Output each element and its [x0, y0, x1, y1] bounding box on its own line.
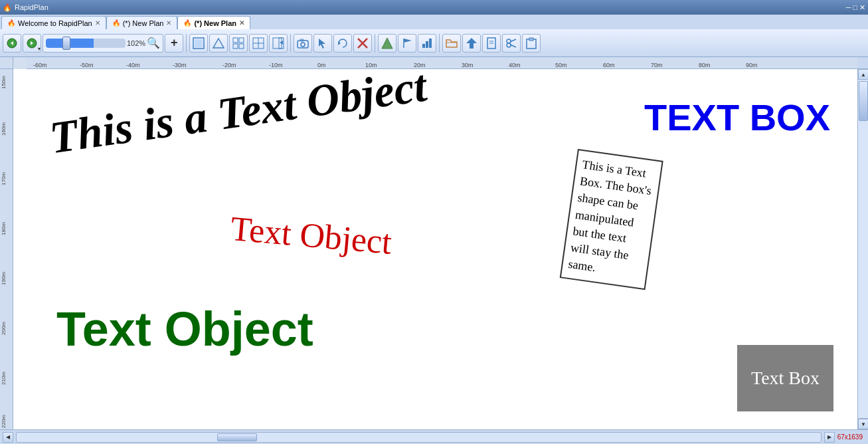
bottom-bar: ◀ ▶ 67x1639	[0, 429, 868, 444]
zoom-area: 102% 🔍	[43, 34, 163, 53]
tab-close-2[interactable]: ✕	[239, 19, 244, 27]
app-icon: 🔥	[3, 3, 12, 12]
svg-rect-5	[195, 39, 203, 47]
svg-point-34	[507, 39, 511, 43]
arrow-up-tool[interactable]	[462, 34, 481, 53]
ruler-v-170: 170m	[1, 172, 7, 185]
tab-icon-1: 🔥	[112, 19, 120, 27]
flag-tool[interactable]	[398, 34, 416, 53]
ruler-mark-neg10: -10m	[269, 62, 283, 68]
separator-1	[186, 34, 187, 53]
ruler-mark-neg20: -20m	[222, 62, 236, 68]
main-container: -60m -50m -40m -30m -20m -10m 0m 10m 20m…	[0, 57, 868, 444]
text-box-title[interactable]: TEXT BOX	[644, 96, 830, 139]
tab-label-welcome: Welcome to RapidPlan	[18, 19, 92, 27]
scrollbar-horizontal[interactable]	[16, 432, 822, 443]
scroll-thumb-v[interactable]	[859, 81, 868, 121]
titlebar-left: 🔥 RapidPlan	[3, 3, 48, 12]
canvas: This is a Text Object Text Object Text O…	[13, 69, 857, 429]
svg-point-18	[301, 43, 305, 47]
grid-tool-2[interactable]	[249, 34, 268, 53]
toolbar: ▾ 102% 🔍 +	[0, 29, 868, 57]
add-button[interactable]: +	[165, 34, 183, 53]
tab-new-plan-2[interactable]: 🔥 (*) New Plan ✕	[177, 16, 250, 29]
delete-tool[interactable]	[353, 34, 372, 53]
svg-marker-26	[404, 39, 412, 43]
chart-tool[interactable]	[418, 34, 436, 53]
ruler-h-marks: -60m -50m -40m -30m -20m -10m 0m 10m 20m…	[27, 57, 857, 68]
dropdown-tool[interactable]	[269, 34, 288, 53]
svg-point-35	[507, 43, 511, 47]
camera-tool[interactable]	[294, 34, 312, 53]
text-box-gray[interactable]: Text Box	[737, 345, 833, 411]
scroll-thumb-h[interactable]	[217, 433, 257, 441]
ruler-mark-40: 40m	[509, 62, 521, 68]
triangle-tool-2[interactable]	[378, 34, 396, 53]
ruler-corner	[0, 57, 13, 69]
tab-icon-2: 🔥	[183, 19, 191, 27]
tabbar: 🔥 Welcome to RapidPlan ✕ 🔥 (*) New Plan …	[0, 15, 868, 29]
zoom-slider[interactable]	[46, 39, 126, 48]
scissors-tool[interactable]	[502, 34, 521, 53]
tab-label-2: (*) New Plan	[194, 19, 236, 27]
scroll-right-button[interactable]: ▶	[824, 432, 835, 443]
back-button[interactable]	[3, 34, 21, 53]
tab-close-welcome[interactable]: ✕	[95, 19, 100, 27]
close-btn[interactable]: ─ □ ✕	[845, 3, 865, 11]
tab-new-plan-1[interactable]: 🔥 (*) New Plan ✕	[106, 16, 178, 29]
ruler-mark-neg40: -40m	[126, 62, 140, 68]
triangle-tool[interactable]	[209, 34, 228, 53]
ruler-mark-80: 80m	[699, 62, 711, 68]
text-object-1[interactable]: This is a Text Object	[46, 69, 430, 164]
tab-close-1[interactable]: ✕	[166, 19, 171, 27]
separator-4	[439, 34, 440, 53]
grid-tool-1[interactable]	[229, 34, 248, 53]
svg-marker-20	[319, 39, 325, 49]
ruler-mark-70: 70m	[651, 62, 663, 68]
ruler-scroll-corner	[857, 57, 868, 69]
folder-open-tool[interactable]	[442, 34, 461, 53]
ruler-mark-neg60: -60m	[33, 62, 47, 68]
paste-tool[interactable]	[522, 34, 541, 53]
separator-2	[290, 34, 291, 53]
ruler-v-190: 190m	[1, 272, 7, 285]
ruler-mark-60: 60m	[603, 62, 615, 68]
separator-3	[375, 34, 375, 53]
titlebar: 🔥 RapidPlan ─ □ ✕	[0, 0, 868, 15]
rotate-tool[interactable]	[333, 34, 352, 53]
ruler-mark-neg30: -30m	[173, 62, 187, 68]
text-box-rotated[interactable]: This is a Text Box. The box's shape can …	[560, 149, 663, 290]
ruler-mark-90: 90m	[746, 62, 758, 68]
svg-marker-24	[382, 38, 392, 49]
scroll-down-button[interactable]: ▼	[858, 419, 868, 429]
ruler-v-220: 220m	[1, 415, 7, 428]
ruler-v-180: 180m	[1, 222, 7, 235]
text-object-3[interactable]: Text Object	[56, 302, 313, 356]
scrollbar-vertical[interactable]: ▲ ▼	[857, 69, 868, 429]
svg-rect-29	[429, 39, 432, 48]
cursor-tool[interactable]	[313, 34, 332, 53]
canvas-area[interactable]: This is a Text Object Text Object Text O…	[13, 69, 857, 429]
text-object-2[interactable]: Text Object	[229, 209, 393, 262]
svg-marker-30	[466, 38, 477, 49]
svg-rect-39	[529, 38, 533, 41]
zoom-value: 102%	[127, 39, 145, 47]
tab-welcome[interactable]: 🔥 Welcome to RapidPlan ✕	[1, 16, 106, 29]
content-row: 150m 160m 170m 180m 190m 200m 210m 220m …	[0, 69, 868, 429]
scroll-track-v[interactable]	[858, 80, 868, 418]
forward-button[interactable]: ▾	[23, 34, 41, 53]
ruler-h-row: -60m -50m -40m -30m -20m -10m 0m 10m 20m…	[0, 57, 868, 69]
scroll-up-button[interactable]: ▲	[858, 69, 868, 80]
doc-tool[interactable]	[482, 34, 501, 53]
select-tool[interactable]	[189, 34, 208, 53]
zoom-search-icon: 🔍	[147, 37, 160, 49]
ruler-mark-0: 0m	[317, 62, 326, 68]
ruler-v-200: 200m	[1, 322, 7, 335]
scroll-left-button[interactable]: ◀	[3, 432, 13, 443]
ruler-mark-20: 20m	[414, 62, 426, 68]
svg-rect-27	[422, 44, 425, 48]
window-controls[interactable]: ─ □ ✕	[845, 3, 865, 12]
ruler-mark-30: 30m	[462, 62, 474, 68]
ruler-horizontal: -60m -50m -40m -30m -20m -10m 0m 10m 20m…	[27, 57, 857, 69]
tab-icon-welcome: 🔥	[7, 19, 15, 27]
